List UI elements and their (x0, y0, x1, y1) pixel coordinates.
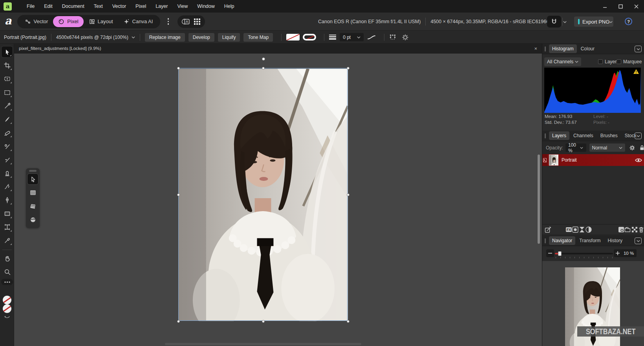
menu-vector[interactable]: Vector (108, 1, 131, 12)
tab-histogram[interactable]: Histogram (549, 44, 577, 53)
selection-handle-ne[interactable] (347, 67, 349, 70)
menu-text[interactable]: Text (89, 1, 108, 12)
selection-handle-nw[interactable] (177, 67, 180, 70)
liquify-button[interactable]: Liquify (218, 33, 240, 42)
marquee-checkbox[interactable]: Marquee (617, 59, 642, 64)
canvas[interactable] (14, 53, 542, 346)
perspective-warp-tool[interactable] (27, 201, 38, 212)
lock-icon[interactable] (639, 145, 644, 151)
portrait-image[interactable] (179, 68, 348, 321)
marquee-rectangle-tool[interactable] (1, 86, 13, 98)
live-filter-icon[interactable] (585, 226, 592, 234)
layer-checkbox-box[interactable] (598, 59, 603, 64)
edit-icon[interactable] (545, 226, 551, 234)
move-tool[interactable] (1, 46, 13, 58)
persona-layout[interactable]: Layout (84, 16, 118, 27)
pixel-brush-tool[interactable] (1, 127, 13, 138)
grid-view-icon[interactable] (193, 18, 201, 26)
fx-icon[interactable]: FX (565, 226, 572, 234)
menu-help[interactable]: Help (220, 1, 239, 12)
image-dimensions-dropdown[interactable]: 4500x6744 pixels @ 72dpi (100%) (56, 35, 135, 40)
help-button[interactable]: ? (625, 18, 632, 25)
zoom-slider-handle[interactable] (558, 251, 562, 256)
zoom-percentage[interactable]: 10 % (621, 249, 637, 257)
stroke-colour-well[interactable] (3, 304, 11, 313)
zoom-tool[interactable] (1, 266, 13, 278)
transform-origin-grid-icon[interactable] (389, 34, 396, 41)
develop-button[interactable]: Develop (188, 33, 214, 42)
panel-menu-button[interactable] (635, 46, 642, 52)
stroke-style-icon[interactable] (329, 35, 336, 40)
settings-gear-icon[interactable] (402, 34, 409, 41)
tab-close-icon[interactable]: × (534, 46, 537, 51)
menu-document[interactable]: Document (57, 1, 89, 12)
selection-brush-tool[interactable] (1, 73, 13, 85)
tone-map-button[interactable]: Tone Map (243, 33, 273, 42)
zoom-slider-track[interactable] (555, 253, 613, 254)
mask-icon[interactable] (579, 226, 585, 234)
selection-handle-e[interactable] (347, 193, 349, 196)
canvas-horizontal-scrollbar[interactable] (165, 343, 361, 345)
persona-vector[interactable]: Vector (20, 16, 53, 27)
move-tool[interactable] (27, 173, 38, 185)
adjustment-icon[interactable] (572, 226, 579, 234)
layer-checkbox[interactable]: Layer (598, 59, 617, 64)
opacity-dropdown[interactable]: 100 % (565, 144, 586, 152)
colour-picker-tool[interactable] (1, 234, 13, 246)
fill-colour-swatch[interactable] (286, 34, 300, 40)
stroke-colour-swatch[interactable] (303, 34, 316, 40)
layer-visibility-eye-icon[interactable] (635, 158, 642, 163)
new-mask-icon[interactable] (631, 226, 638, 234)
navigator-preview[interactable]: SOFTBAZA.NET (542, 261, 644, 346)
panel-grip[interactable] (545, 133, 546, 138)
pan-tool[interactable] (1, 252, 13, 264)
dodge-brush-tool[interactable] (1, 140, 13, 152)
toolbar-overflow-menu[interactable] (164, 16, 172, 28)
selection-handle-s[interactable] (262, 320, 265, 323)
rectangle-tool[interactable] (1, 208, 13, 219)
delete-layer-icon[interactable] (638, 226, 644, 234)
floating-tool-palette[interactable] (26, 168, 40, 228)
new-group-icon[interactable] (624, 226, 631, 234)
menu-window[interactable]: Window (192, 1, 219, 12)
replace-image-button[interactable]: Replace image (145, 33, 185, 42)
panel-menu-button[interactable] (635, 133, 642, 139)
zoom-out-button[interactable] (546, 249, 554, 257)
export-dropdown-chevron[interactable] (609, 21, 613, 23)
blend-mode-dropdown[interactable]: Normal (589, 144, 625, 152)
new-pixel-layer-icon[interactable] (618, 226, 624, 234)
tab-history[interactable]: History (605, 236, 626, 245)
tab-channels[interactable]: Channels (570, 131, 596, 140)
pressure-curve-icon[interactable] (368, 35, 375, 40)
selection-handle-w[interactable] (177, 193, 180, 196)
menu-pixel[interactable]: Pixel (131, 1, 151, 12)
menu-edit[interactable]: Edit (39, 1, 57, 12)
crop-tool[interactable] (1, 59, 13, 71)
canvas-vertical-scrollbar[interactable] (538, 155, 540, 244)
export-png-button[interactable]: Export PNG (574, 17, 613, 27)
clone-stamp-tool[interactable] (1, 167, 13, 179)
more-tools[interactable] (1, 279, 13, 285)
selection-handle-n[interactable] (262, 67, 265, 70)
channel-select[interactable]: All Channels (544, 57, 581, 66)
palette-drag-handle[interactable] (29, 170, 37, 172)
pen-tool[interactable] (1, 194, 13, 206)
swap-colours-icon[interactable] (4, 315, 10, 319)
snapping-button[interactable] (547, 16, 561, 28)
selection-handle-sw[interactable] (177, 320, 180, 323)
selection-handle-se[interactable] (347, 320, 349, 323)
blend-options-gear-icon[interactable] (629, 145, 635, 151)
snapping-dropdown-chevron[interactable] (563, 21, 567, 23)
panel-grip[interactable] (545, 238, 546, 243)
marquee-checkbox-box[interactable] (617, 59, 621, 64)
close-button[interactable] (628, 0, 644, 13)
blemish-removal-tool[interactable] (1, 100, 13, 112)
smudge-tool[interactable] (1, 180, 13, 192)
persona-pixel[interactable]: Pixel (53, 16, 83, 27)
burn-brush-tool[interactable] (1, 154, 13, 166)
rotation-handle[interactable] (262, 57, 265, 61)
tab-colour[interactable]: Colour (578, 44, 598, 53)
minimize-button[interactable] (597, 0, 613, 13)
maximize-button[interactable] (613, 0, 628, 13)
menu-view[interactable]: View (172, 1, 192, 12)
